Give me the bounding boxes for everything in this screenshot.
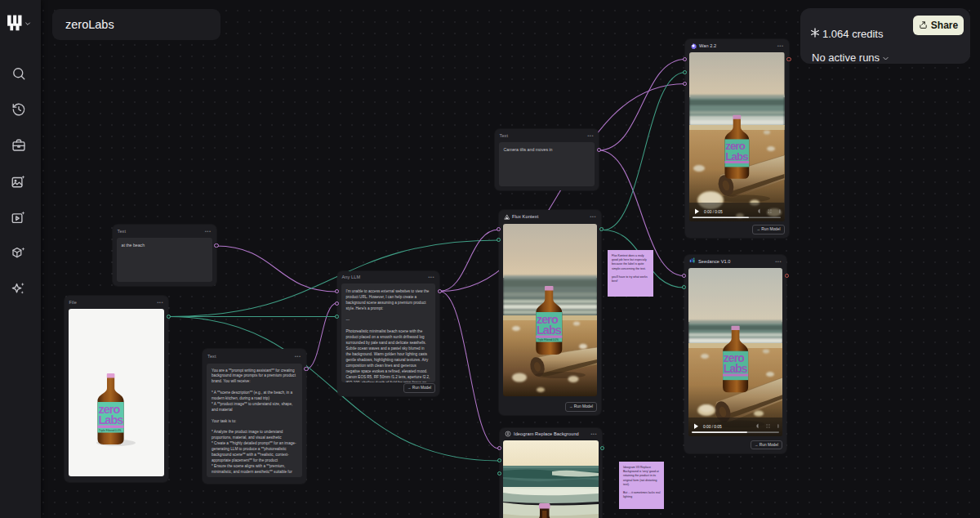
svg-text:Triple Filtered: Triple Filtered xyxy=(99,428,115,431)
svg-text:0:00 / 0:05: 0:00 / 0:05 xyxy=(704,209,723,213)
svg-text:Labs: Labs xyxy=(98,413,123,426)
svg-text:0.0%: 0.0% xyxy=(115,428,121,431)
svg-text:0:00 / 0:05: 0:00 / 0:05 xyxy=(703,424,722,428)
